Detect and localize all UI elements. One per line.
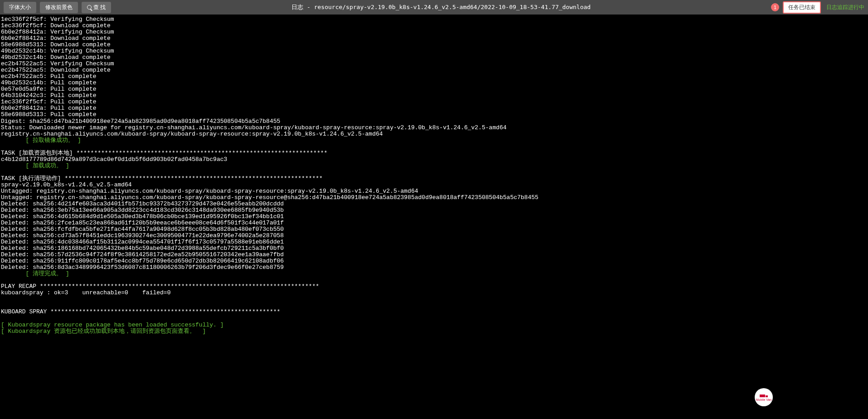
- terminal-line: ec2b47522ac5: Download complete: [1, 67, 867, 73]
- terminal-line: Deleted: sha256:911ffc809c0178af5e4cc8bf…: [1, 258, 867, 264]
- terminal-line: KUBOARD SPRAY **************************…: [1, 309, 867, 315]
- terminal-line: [1, 302, 867, 309]
- terminal-line: Deleted: sha256:4d214fe603aca3d4011fb571…: [1, 201, 867, 207]
- terminal-line: ec2b47522ac5: Pull complete: [1, 73, 867, 80]
- terminal-line: 1ec336f2f5cf: Pull complete: [1, 99, 867, 105]
- log-tracking-status: 日志追踪进行中: [826, 4, 864, 11]
- terminal-line: [1, 296, 867, 302]
- terminal-line: 64b3104242c3: Pull complete: [1, 93, 867, 99]
- float-button-label: Mobile Van: [756, 398, 772, 401]
- change-foreground-button[interactable]: 修改前景色: [40, 2, 78, 13]
- mobile-van-float-button[interactable]: Mobile Van: [755, 388, 773, 406]
- terminal-line: Status: Downloaded newer image for regis…: [1, 125, 867, 131]
- search-button[interactable]: 查 找: [82, 2, 111, 13]
- terminal-line: [1, 144, 867, 150]
- terminal-line: 58e6988d5313: Pull complete: [1, 112, 867, 118]
- terminal-line: Digest: sha256:d47ba21b400918ee724a5ab82…: [1, 118, 867, 125]
- terminal-line: 1ec336f2f5cf: Verifying Checksum: [1, 16, 867, 23]
- terminal-line: TASK [加载资源包到本地] ************************…: [1, 150, 867, 156]
- terminal-line: 0e57e0d5a9fe: Pull complete: [1, 86, 867, 93]
- terminal-line: 6b0e2f88412a: Download complete: [1, 35, 867, 42]
- truck-icon: [760, 394, 768, 398]
- notification-badge[interactable]: 1: [771, 3, 779, 11]
- terminal-line: registry.cn-shanghai.aliyuncs.com/kuboar…: [1, 131, 867, 137]
- terminal-line: TASK [执行清理动作] **************************…: [1, 175, 867, 182]
- terminal-line: Deleted: sha256:2fce1a85c23ea868ad61f120…: [1, 220, 867, 226]
- terminal-line: c4b12d8177789d86d7429a897d3cac0ef0d1db5f…: [1, 156, 867, 163]
- terminal-line: ec2b47522ac5: Verifying Checksum: [1, 61, 867, 67]
- terminal-line: 49bd2532c14b: Pull complete: [1, 80, 867, 86]
- terminal-line: Deleted: sha256:3eb75a13ee66a905a3dd8223…: [1, 207, 867, 214]
- terminal-line: [ 拉取镜像成功。 ]: [1, 137, 867, 144]
- terminal-line: [1, 315, 867, 322]
- terminal-line: Deleted: sha256:4dc038466af15b3112ac0994…: [1, 239, 867, 245]
- font-size-button[interactable]: 字体大小: [4, 2, 36, 13]
- terminal-line: [ 加载成功。 ]: [1, 163, 867, 169]
- search-label: 查 找: [93, 4, 106, 10]
- terminal-line: 6b0e2f88412a: Pull complete: [1, 105, 867, 112]
- terminal-line: Deleted: sha256:cd73a57f8451eddc19639302…: [1, 233, 867, 239]
- terminal-line: Untagged: registry.cn-shanghai.aliyuncs.…: [1, 195, 867, 201]
- terminal-line: kuboardspray : ok=3 unreachable=0 failed…: [1, 290, 867, 296]
- toolbar: 字体大小 修改前景色 查 找 日志 - resource/spray-v2.19…: [0, 0, 868, 15]
- terminal-line: Deleted: sha256:8d3ac3489996423f53d6087c…: [1, 264, 867, 271]
- terminal-line: [1, 277, 867, 283]
- terminal-line: 49bd2532c14b: Verifying Checksum: [1, 48, 867, 54]
- terminal-line: 1ec336f2f5cf: Download complete: [1, 23, 867, 29]
- terminal-line: 58e6988d5313: Download complete: [1, 42, 867, 48]
- terminal-line: 49bd2532c14b: Download complete: [1, 54, 867, 61]
- terminal-line: Deleted: sha256:186168bd742065432be84b5c…: [1, 245, 867, 252]
- terminal-line: Untagged: registry.cn-shanghai.aliyuncs.…: [1, 188, 867, 195]
- terminal-line: [ Kuboardspray resource package has been…: [1, 322, 867, 328]
- terminal-line: spray-v2.19.0b_k8s-v1.24.6_v2.5-amd64: [1, 182, 867, 188]
- terminal-line: Deleted: sha256:57d2536c94f724f8f9c38614…: [1, 252, 867, 258]
- search-icon: [87, 5, 92, 10]
- page-title: 日志 - resource/spray-v2.19.0b_k8s-v1.24.6…: [115, 3, 767, 11]
- terminal-line: [ Kuboardspray 资源包已经成功加载到本地，请回到资源包页面查看。 …: [1, 328, 867, 335]
- terminal-line: [ 清理完成。 ]: [1, 271, 867, 277]
- terminal-line: 6b0e2f88412a: Verifying Checksum: [1, 29, 867, 35]
- terminal-line: Deleted: sha256:fcfdfbca5bfe271fac44fa76…: [1, 226, 867, 233]
- terminal-output[interactable]: 1ec336f2f5cf: Verifying Checksum1ec336f2…: [0, 15, 868, 336]
- terminal-line: PLAY RECAP *****************************…: [1, 283, 867, 290]
- terminal-line: [1, 169, 867, 175]
- terminal-line: Deleted: sha256:4d615b684d9d1e505a30ed3b…: [1, 214, 867, 220]
- task-ended-button[interactable]: 任务已结束: [783, 1, 821, 14]
